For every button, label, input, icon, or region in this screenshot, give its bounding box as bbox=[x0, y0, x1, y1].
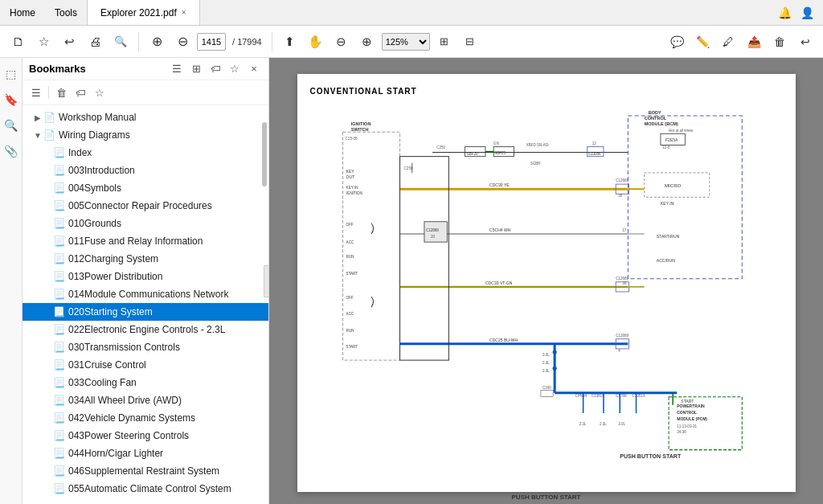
panel-collapse-button[interactable]: ‹ bbox=[264, 265, 268, 297]
share-button[interactable]: 📤 bbox=[743, 31, 765, 53]
new-file-button[interactable]: 🗋 bbox=[6, 31, 29, 53]
bookmark-item-004symbols[interactable]: 📃004Symbols bbox=[23, 179, 268, 197]
bookmark-item-012charging[interactable]: 📃012Charging System bbox=[23, 250, 268, 268]
svg-text:START: START bbox=[346, 345, 358, 349]
svg-text:C12669: C12669 bbox=[616, 334, 629, 338]
prev-page-button[interactable]: ⊕ bbox=[145, 31, 168, 53]
zoom-out-page-button[interactable]: ⊖ bbox=[330, 31, 353, 53]
expand-icon-wiring[interactable]: ▼ bbox=[32, 131, 43, 140]
bookmark-item-workshop[interactable]: ▶📄Workshop Manual bbox=[23, 109, 268, 126]
svg-text:SBF20: SBF20 bbox=[466, 152, 477, 156]
side-icon-attachments[interactable]: 📎 bbox=[2, 141, 21, 161]
bookmark-item-014module[interactable]: 📃014Module Communications Network bbox=[23, 285, 268, 303]
highlight-button[interactable]: 🖊 bbox=[717, 31, 739, 53]
back-button[interactable]: ↩ bbox=[58, 31, 80, 53]
svg-text:XBFD SN-AD-: XBFD SN-AD- bbox=[526, 143, 550, 147]
bookmarks-close-icon[interactable]: × bbox=[246, 63, 262, 75]
zoom-out-button[interactable]: 🔍 bbox=[109, 31, 132, 53]
bookmark-item-wiring[interactable]: ▼📄Wiring Diagrams bbox=[23, 126, 268, 144]
pen-button[interactable]: ✏️ bbox=[691, 31, 714, 53]
page-number-input[interactable] bbox=[197, 33, 226, 51]
scroll-thumb[interactable] bbox=[262, 122, 267, 186]
bookmark-item-030transmission[interactable]: 📃030Transmission Controls bbox=[23, 338, 268, 356]
svg-text:IGNITION: IGNITION bbox=[350, 121, 371, 126]
svg-text:C200: C200 bbox=[542, 386, 551, 390]
tree-icon-031cruise: 📃 bbox=[53, 359, 65, 371]
tree-label-003intro: 003Introduction bbox=[68, 165, 135, 176]
bookmark-item-044horn[interactable]: 📃044Horn/Cigar Lighter bbox=[23, 445, 268, 462]
tab-close-button[interactable]: × bbox=[182, 8, 186, 17]
bookmark-item-046supplemental[interactable]: 📃046Supplemental Restraint System bbox=[23, 462, 268, 480]
fit-page-button[interactable]: ⊞ bbox=[433, 31, 456, 53]
bookmark-item-022electronic[interactable]: 📃022Electronic Engine Controls - 2.3L bbox=[23, 321, 268, 338]
tab-home[interactable]: Home bbox=[0, 0, 45, 25]
bookmark-button[interactable]: ☆ bbox=[32, 31, 55, 53]
svg-text:START: START bbox=[681, 399, 694, 404]
undo-button[interactable]: ↩ bbox=[794, 31, 817, 53]
tree-label-055climate: 055Automatic Climate Control System bbox=[68, 483, 231, 494]
bookmark-item-013power[interactable]: 📃013Power Distribution bbox=[23, 268, 268, 285]
tree-label-030transmission: 030Transmission Controls bbox=[68, 342, 180, 353]
bookmark-item-010grounds[interactable]: 📃010Grounds bbox=[23, 215, 268, 232]
tab-tools[interactable]: Tools bbox=[45, 0, 87, 25]
account-button[interactable]: 👤 bbox=[797, 3, 817, 23]
svg-text:START: START bbox=[346, 272, 358, 276]
fit-width-button[interactable]: ⊟ bbox=[459, 31, 481, 53]
tree-icon-005connector: 📃 bbox=[53, 200, 65, 211]
notification-button[interactable]: 🔔 bbox=[775, 3, 794, 23]
svg-text:34-36: 34-36 bbox=[677, 430, 686, 434]
tree-label-011fuse: 011Fuse and Relay Information bbox=[68, 236, 203, 247]
svg-text:F2E5A: F2E5A bbox=[665, 137, 678, 142]
svg-text:C250: C250 bbox=[403, 166, 412, 170]
tab-file[interactable]: Explorer 2021.pdf × bbox=[87, 0, 200, 25]
svg-text:ACC/RUN: ACC/RUN bbox=[656, 258, 674, 263]
bm-tool-list[interactable]: ☰ bbox=[27, 84, 45, 101]
bm-tool-star[interactable]: ☆ bbox=[91, 84, 109, 101]
bookmark-item-031cruise[interactable]: 📃031Cruise Control bbox=[23, 356, 268, 374]
svg-text:C13818: C13818 bbox=[591, 394, 604, 398]
bm-tool-delete[interactable]: 🗑 bbox=[52, 84, 70, 101]
bookmark-item-043power[interactable]: 📃043Power Steering Controls bbox=[23, 427, 268, 445]
tree-icon-020starting: 📃 bbox=[53, 306, 65, 318]
svg-text:C12669: C12669 bbox=[616, 277, 629, 281]
zoom-select[interactable]: 125% 100% 75% 150% bbox=[382, 33, 430, 51]
side-icon-layers[interactable]: ⬚ bbox=[2, 64, 21, 84]
cursor-tool-button[interactable]: ⬆ bbox=[279, 31, 301, 53]
bookmarks-tag-icon[interactable]: 🏷 bbox=[207, 63, 223, 75]
separator-1 bbox=[138, 32, 139, 51]
diagram-title: CONVENTIONAL START bbox=[310, 87, 783, 96]
bookmark-item-index[interactable]: 📃Index bbox=[23, 144, 268, 162]
svg-text:RUN: RUN bbox=[346, 255, 354, 259]
svg-text:IGNITION: IGNITION bbox=[346, 191, 362, 195]
bookmarks-star-icon[interactable]: ☆ bbox=[227, 63, 243, 75]
svg-text:Hot at all times: Hot at all times bbox=[669, 129, 694, 133]
next-page-button[interactable]: ⊖ bbox=[171, 31, 194, 53]
side-icon-bookmarks[interactable]: 🔖 bbox=[2, 90, 21, 109]
bookmark-item-020starting[interactable]: 📃020Starting System bbox=[23, 303, 268, 321]
bookmark-item-005connector[interactable]: 📃005Connector Repair Procedures bbox=[23, 197, 268, 215]
bookmark-item-011fuse[interactable]: 📃011Fuse and Relay Information bbox=[23, 232, 268, 250]
tree-icon-012charging: 📃 bbox=[53, 253, 65, 264]
svg-text:START/RUN: START/RUN bbox=[656, 234, 679, 239]
zoom-in-page-button[interactable]: ⊕ bbox=[356, 31, 379, 53]
bookmark-item-003intro[interactable]: 📃003Introduction bbox=[23, 162, 268, 179]
pan-tool-button[interactable]: ✋ bbox=[305, 31, 327, 53]
svg-text:C250: C250 bbox=[436, 145, 445, 150]
bookmark-item-055climate[interactable]: 📃055Automatic Climate Control System bbox=[23, 480, 268, 498]
print-button[interactable]: 🖨 bbox=[84, 31, 106, 53]
bookmark-item-034awd[interactable]: 📃034All Wheel Drive (AWD) bbox=[23, 391, 268, 409]
side-icon-search[interactable]: 🔍 bbox=[2, 116, 21, 135]
bookmark-item-033cooling[interactable]: 📃033Cooling Fan bbox=[23, 374, 268, 391]
comment-button[interactable]: 💬 bbox=[665, 31, 688, 53]
bookmarks-expand-all-icon[interactable]: ⊞ bbox=[188, 63, 204, 75]
tree-icon-wiring: 📄 bbox=[43, 129, 55, 141]
tree-icon-046supplemental: 📃 bbox=[53, 465, 65, 477]
expand-icon-workshop[interactable]: ▶ bbox=[32, 113, 43, 122]
bookmark-item-042vehicle[interactable]: 📃042Vehicle Dynamic Systems bbox=[23, 409, 268, 427]
pdf-content-area[interactable]: CONVENTIONAL START IGNITION SWITCH C15-0… bbox=[269, 58, 823, 504]
bookmarks-menu-icon[interactable]: ☰ bbox=[169, 63, 185, 75]
bm-tool-tag[interactable]: 🏷 bbox=[72, 84, 89, 101]
delete-button[interactable]: 🗑 bbox=[768, 31, 791, 53]
tree-icon-044horn: 📃 bbox=[53, 448, 65, 459]
side-icons-panel: ⬚ 🔖 🔍 📎 bbox=[0, 58, 23, 504]
